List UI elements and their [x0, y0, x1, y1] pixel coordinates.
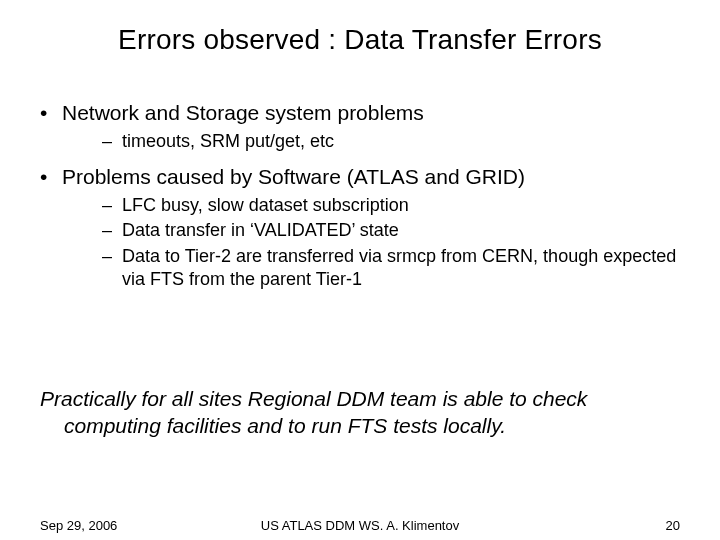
footer-center: US ATLAS DDM WS. A. Klimentov — [40, 518, 680, 533]
sub-bullet-item: Data transfer in ‘VALIDATED’ state — [102, 219, 680, 242]
sub-bullet-text: Data to Tier-2 are transferred via srmcp… — [122, 246, 676, 289]
sub-bullet-text: LFC busy, slow dataset subscription — [122, 195, 409, 215]
sub-bullet-text: Data transfer in ‘VALIDATED’ state — [122, 220, 399, 240]
sub-bullet-item: LFC busy, slow dataset subscription — [102, 194, 680, 217]
sub-bullet-list: LFC busy, slow dataset subscription Data… — [62, 194, 680, 292]
slide-title: Errors observed : Data Transfer Errors — [0, 24, 720, 56]
sub-bullet-list: timeouts, SRM put/get, etc — [62, 130, 680, 153]
slide: Errors observed : Data Transfer Errors N… — [0, 0, 720, 540]
bullet-item: Problems caused by Software (ATLAS and G… — [40, 164, 680, 292]
sub-bullet-text: timeouts, SRM put/get, etc — [122, 131, 334, 151]
closing-remark: Practically for all sites Regional DDM t… — [40, 385, 680, 440]
bullet-text: Problems caused by Software (ATLAS and G… — [62, 165, 525, 188]
closing-line-2: computing facilities and to run FTS test… — [40, 412, 680, 439]
slide-body: Network and Storage system problems time… — [40, 100, 680, 301]
bullet-item: Network and Storage system problems time… — [40, 100, 680, 154]
bullet-text: Network and Storage system problems — [62, 101, 424, 124]
sub-bullet-item: Data to Tier-2 are transferred via srmcp… — [102, 245, 680, 292]
closing-line-1: Practically for all sites Regional DDM t… — [40, 387, 587, 410]
bullet-list: Network and Storage system problems time… — [40, 100, 680, 291]
footer-page-number: 20 — [666, 518, 680, 533]
sub-bullet-item: timeouts, SRM put/get, etc — [102, 130, 680, 153]
